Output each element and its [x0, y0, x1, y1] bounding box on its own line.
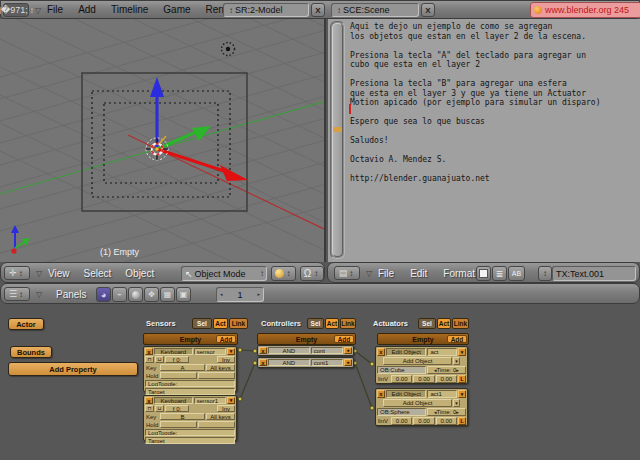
menu-game[interactable]: Game [163, 4, 190, 15]
line-numbers-toggle-button[interactable]: ≣ [492, 266, 507, 281]
buttons-header-collapse-icon[interactable]: ▽ [36, 290, 42, 299]
actuator-name-field[interactable]: act1 [427, 390, 457, 398]
controllers-sel-button[interactable]: Sel [307, 318, 324, 329]
font-size-button[interactable]: AB [508, 266, 525, 281]
invert-button[interactable]: Inv [217, 405, 235, 412]
controller-state-button[interactable]: ● [344, 359, 352, 366]
controller-type-dropdown[interactable]: AND [268, 359, 310, 366]
actuator-brick-add-sphere[interactable]: x Edit Object act1 ▾ Add Object ▾ OB:Sph… [375, 388, 468, 426]
linv-x-stepper[interactable]: 0.00 [391, 417, 412, 425]
actor-toggle-button[interactable]: Actor [8, 318, 44, 330]
controllers-act-button[interactable]: Act [325, 318, 339, 329]
scene-context-button[interactable]: ▣ [176, 287, 191, 302]
mode-selector[interactable]: ↖ Object Mode ↕ [181, 266, 267, 281]
text-header-collapse-icon[interactable]: ▽ [366, 269, 372, 278]
frame-prev-icon[interactable]: ◂ [220, 292, 223, 297]
hold-field-2[interactable] [198, 421, 235, 428]
hold-field-1[interactable] [160, 421, 197, 428]
text-editor[interactable]: Aqui te dejo un ejemplo de como se agreg… [328, 19, 640, 262]
frequency-field[interactable]: f 0: [165, 356, 189, 363]
sensors-add-button[interactable]: Add [216, 335, 236, 343]
all-keys-button[interactable]: All keys [206, 413, 235, 420]
draw-type-selector[interactable]: ↕ [271, 266, 296, 281]
menu-view[interactable]: View [48, 268, 70, 279]
sensor-name-field[interactable]: sensor [194, 348, 226, 355]
empty-object-gizmo[interactable] [146, 77, 248, 181]
menu-text-file[interactable]: File [378, 268, 394, 279]
edit-object-mode-arrow[interactable]: ▾ [453, 357, 460, 365]
log-toggle-field[interactable]: LogToggle: [145, 380, 235, 387]
scene-close-button[interactable]: X [421, 3, 435, 17]
text-scrollbar-thumb[interactable] [332, 23, 343, 257]
frame-stepper[interactable]: ◂ 1 ▸ [216, 287, 264, 302]
shading-context-button[interactable] [128, 287, 143, 302]
menu-timeline[interactable]: Timeline [111, 4, 148, 15]
menu-text-format[interactable]: Format [443, 268, 475, 279]
add-property-button[interactable]: Add Property [8, 362, 138, 376]
controller-delete-button[interactable]: x [259, 359, 267, 366]
header-collapse-icon[interactable]: ▽ [35, 6, 41, 15]
menu-file[interactable]: File [47, 4, 63, 15]
actuator-collapse-button[interactable]: ▾ [458, 348, 466, 356]
time-stepper[interactable]: ◂ Time: 0 ▸ [427, 366, 466, 374]
key-field[interactable]: B [160, 413, 205, 420]
actuators-add-button[interactable]: Add [447, 335, 467, 343]
sensors-sel-button[interactable]: Sel [192, 318, 212, 329]
sensor-name-field[interactable]: sensor1 [194, 397, 226, 404]
pulse-false-button[interactable]: ⊔ [155, 405, 164, 412]
linv-y-stepper[interactable]: 0.00 [413, 417, 434, 425]
actuator-type-dropdown[interactable]: Edit Object [386, 348, 426, 356]
menu-add[interactable]: Add [78, 4, 96, 15]
text-window-type-button[interactable]: ▤↕ [334, 266, 360, 280]
pivot-selector[interactable]: Ω ↕ [300, 266, 324, 281]
local-toggle-button[interactable]: L [458, 417, 466, 425]
controllers-add-button[interactable]: Add [334, 335, 354, 343]
actuators-sel-button[interactable]: Sel [418, 318, 436, 329]
fullscreen-toggle-button[interactable] [476, 266, 491, 281]
lamp-object[interactable] [222, 43, 235, 56]
hold-field-2[interactable] [198, 372, 235, 379]
object-context-button[interactable]: ✥ [144, 287, 159, 302]
edit-object-mode-arrow[interactable]: ▾ [453, 399, 460, 407]
controller-type-dropdown[interactable]: AND [268, 347, 310, 354]
sensor-delete-button[interactable]: x [145, 348, 153, 355]
edit-object-mode-dropdown[interactable]: Add Object [383, 357, 452, 365]
actuators-act-button[interactable]: Act [437, 318, 451, 329]
actuator-collapse-button[interactable]: ▾ [458, 390, 466, 398]
key-field[interactable]: A [160, 364, 205, 371]
scene-selector[interactable]: ↕SCE:Scene [331, 3, 419, 17]
panels-menu[interactable]: Panels [56, 289, 87, 300]
frequency-field[interactable]: f 0: [165, 405, 189, 412]
edit-object-mode-dropdown[interactable]: Add Object [383, 399, 452, 407]
hold-field-1[interactable] [160, 372, 197, 379]
screen-selector[interactable]: ↕SR:2-Model [223, 3, 309, 17]
linv-z-stepper[interactable]: 0.00 [436, 417, 457, 425]
screen-browse-icon[interactable]: ↕ [227, 6, 235, 15]
3d-window-type-button[interactable]: ✛↕ [4, 266, 30, 280]
sensor-collapse-button[interactable]: ▾ [227, 348, 235, 355]
pulse-true-button[interactable]: ⊓ [145, 405, 154, 412]
controller-brick-and-2[interactable]: x AND cont1 ● [257, 357, 354, 368]
actuator-brick-add-cube[interactable]: x Edit Object act ▾ Add Object ▾ OB:Cube… [375, 346, 468, 384]
target-field[interactable]: Target [145, 437, 235, 444]
controller-brick-and-1[interactable]: x AND cont ● [257, 345, 354, 356]
actuator-delete-button[interactable]: x [377, 348, 385, 356]
info-window-type-button[interactable]: ▮�971;↕ [3, 3, 29, 17]
controller-state-button[interactable]: ● [344, 347, 352, 354]
object-name-field[interactable]: OB:Cube [377, 366, 426, 374]
text-content[interactable]: Aqui te dejo un ejemplo de como se agreg… [350, 22, 600, 184]
sensor-brick-keyboard-a[interactable]: x Keyboard sensor ▾ ⊓ ⊔ f 0: Inv Key A A… [143, 346, 237, 392]
log-toggle-field[interactable]: LogToggle: [145, 429, 235, 436]
script-context-button[interactable]: ⌁ [112, 287, 127, 302]
buttons-window-type-button[interactable]: ☰↕ [4, 287, 30, 301]
sensor-brick-keyboard-b[interactable]: x Keyboard sensor1 ▾ ⊓ ⊔ f 0: Inv Key B … [143, 395, 237, 441]
linv-x-stepper[interactable]: 0.00 [391, 375, 412, 383]
sensor-type-dropdown[interactable]: Keyboard [154, 397, 193, 404]
menu-object[interactable]: Object [125, 268, 154, 279]
frame-next-icon[interactable]: ▸ [257, 292, 260, 297]
menu-text-edit[interactable]: Edit [410, 268, 427, 279]
screen-close-button[interactable]: X [311, 3, 325, 17]
sensor-collapse-button[interactable]: ▾ [227, 397, 235, 404]
pulse-true-button[interactable]: ⊓ [145, 356, 154, 363]
controller-delete-button[interactable]: x [259, 347, 267, 354]
